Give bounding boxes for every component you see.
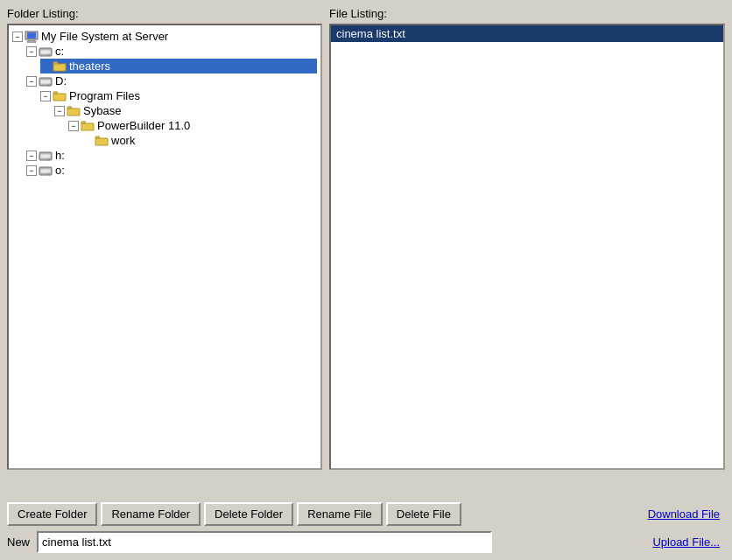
upload-file-button[interactable]: Upload File... — [647, 532, 725, 552]
tree-node-c[interactable]: − c: — [26, 44, 317, 59]
d-children: − Program Files − — [40, 88, 317, 148]
c-children: theaters — [40, 59, 317, 74]
file-listing-label: File Listing: — [329, 7, 725, 20]
root-label: My File System at Server — [41, 30, 168, 43]
svg-rect-8 — [40, 80, 51, 84]
powerbuilder-children: work — [82, 133, 317, 148]
new-filename-row: New Upload File... — [7, 531, 725, 553]
rename-file-button[interactable]: Rename File — [297, 502, 383, 526]
drive-o-label: o: — [55, 164, 65, 177]
tree-node-program-files[interactable]: − Program Files — [40, 88, 317, 103]
tree-node-powerbuilder[interactable]: − PowerBuilder 11.0 — [68, 118, 317, 133]
tree-node-d[interactable]: − D: — [26, 74, 317, 88]
svg-rect-2 — [28, 39, 35, 41]
drive-h-label: h: — [55, 149, 65, 162]
svg-rect-5 — [40, 50, 51, 54]
svg-rect-1 — [27, 32, 36, 38]
file-item-selected[interactable]: cinema list.txt — [331, 25, 723, 42]
program-files-label: Program Files — [69, 89, 140, 102]
new-filename-input[interactable] — [37, 531, 492, 553]
expand-root[interactable]: − — [12, 32, 23, 42]
drive-h-icon — [39, 150, 53, 162]
program-files-children: − Sybase − — [54, 103, 317, 148]
svg-rect-11 — [40, 154, 51, 158]
svg-point-9 — [48, 83, 51, 86]
upload-button-container: Upload File... — [647, 532, 725, 552]
expand-c[interactable]: − — [26, 46, 37, 57]
drive-d-label: D: — [55, 74, 67, 88]
rename-folder-button[interactable]: Rename Folder — [101, 502, 201, 526]
sybase-children: − PowerBuilder 11.0 — [68, 118, 317, 148]
file-list[interactable]: cinema list.txt — [329, 24, 725, 470]
tree-node-h[interactable]: − h: — [26, 148, 317, 163]
folder-powerbuilder-icon — [81, 120, 95, 131]
expand-powerbuilder[interactable]: − — [68, 121, 79, 131]
folder-sybase-icon — [67, 105, 81, 116]
root-children: − c: — [26, 44, 317, 178]
svg-point-15 — [48, 172, 51, 175]
folder-program-files-icon — [53, 90, 67, 102]
drive-o-icon — [39, 164, 53, 177]
drive-c-label: c: — [55, 45, 64, 58]
folder-tree[interactable]: − My File System at Server − — [7, 24, 322, 470]
svg-rect-3 — [27, 41, 36, 43]
tree-node-root[interactable]: − My File System at Server — [12, 29, 317, 44]
folder-theaters-icon — [53, 60, 67, 72]
tree-node-theaters[interactable]: theaters — [40, 59, 317, 74]
drive-d-icon — [39, 75, 53, 88]
folder-work-icon — [95, 135, 109, 146]
work-label: work — [111, 134, 135, 147]
tree-node-sybase[interactable]: − Sybase — [54, 103, 317, 118]
expand-h[interactable]: − — [26, 150, 37, 161]
expand-program-files[interactable]: − — [40, 91, 51, 102]
drive-c-icon — [39, 46, 53, 58]
powerbuilder-label: PowerBuilder 11.0 — [97, 119, 190, 132]
svg-point-6 — [48, 53, 51, 56]
right-link-buttons: Download File — [643, 504, 725, 524]
svg-point-12 — [48, 158, 51, 160]
tree-node-o[interactable]: − o: — [26, 163, 317, 178]
action-buttons-row: Create Folder Rename Folder Delete Folde… — [7, 502, 725, 526]
theaters-label: theaters — [69, 60, 110, 73]
expand-sybase[interactable]: − — [54, 106, 65, 116]
new-label: New — [7, 536, 30, 549]
delete-folder-button[interactable]: Delete Folder — [204, 502, 293, 526]
line-theaters — [40, 61, 51, 72]
folder-listing-label: Folder Listing: — [7, 7, 322, 20]
computer-icon — [25, 31, 39, 43]
create-folder-button[interactable]: Create Folder — [7, 502, 97, 526]
sybase-label: Sybase — [83, 104, 121, 117]
delete-file-button[interactable]: Delete File — [386, 502, 461, 526]
tree-node-work[interactable]: work — [82, 133, 317, 148]
download-file-button[interactable]: Download File — [643, 504, 725, 524]
line-work — [82, 136, 93, 146]
expand-d[interactable]: − — [26, 76, 37, 87]
svg-rect-14 — [40, 169, 51, 173]
expand-o[interactable]: − — [26, 165, 37, 176]
